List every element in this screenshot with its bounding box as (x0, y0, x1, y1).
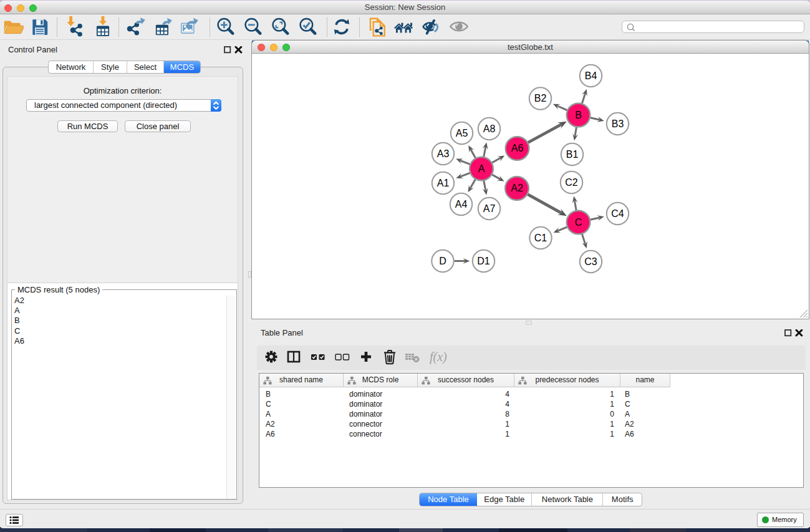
svg-text:D1: D1 (477, 256, 490, 266)
svg-text:D: D (439, 256, 446, 266)
svg-text:A7: A7 (483, 203, 496, 214)
svg-text:A5: A5 (456, 128, 468, 138)
svg-text:C4: C4 (611, 208, 624, 219)
svg-text:B: B (575, 110, 582, 120)
svg-text:A8: A8 (483, 123, 496, 134)
svg-text:B2: B2 (534, 93, 547, 104)
svg-text:C3: C3 (584, 256, 597, 267)
svg-text:B4: B4 (585, 70, 597, 81)
svg-text:C2: C2 (565, 177, 578, 188)
svg-text:A3: A3 (437, 148, 450, 159)
svg-text:A: A (478, 163, 485, 174)
svg-text:C: C (575, 217, 582, 228)
svg-text:A2: A2 (511, 183, 523, 193)
svg-text:A4: A4 (455, 199, 468, 210)
svg-text:B1: B1 (566, 149, 579, 160)
svg-text:C1: C1 (534, 233, 547, 243)
svg-text:B3: B3 (612, 118, 624, 129)
svg-text:f(x): f(x) (430, 350, 447, 364)
svg-text:A1: A1 (437, 178, 450, 188)
svg-text:A6: A6 (511, 143, 524, 153)
